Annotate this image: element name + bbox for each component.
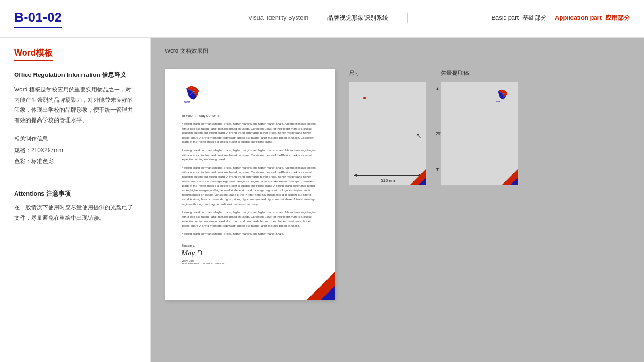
header-right: Basic part 基础部分 Application part 应用部分 (491, 0, 630, 37)
attentions-title: Attentions 注意事项 (14, 189, 136, 198)
application-part-en: Application part (555, 14, 602, 21)
doc-logo-area: SKID (182, 83, 318, 105)
dimension-paper: ↖ 210mm 297mm (349, 82, 427, 186)
related-info: 相关制作信息 规格：210X297mm 色彩：标准色彩 (14, 135, 136, 165)
dim-red-line (349, 134, 426, 134)
nav-divider (407, 13, 408, 23)
doc-corner-deco (306, 272, 335, 300)
svg-text:SKID: SKID (496, 100, 501, 103)
vis-en: Visual Identity System (248, 14, 309, 21)
vector-paper: SKID (441, 82, 519, 186)
dim-red-dot (363, 97, 366, 99)
dim-arrow-v (438, 87, 438, 171)
doc-sincerely: Sincerely, (182, 244, 318, 247)
dimension-label: 尺寸 (349, 69, 427, 77)
dimension-section: 尺寸 ↖ 210mm 297mm (349, 69, 427, 186)
doc-signature-area: Sincerely, May D. Mary Doe Vice Presiden… (182, 244, 318, 265)
svg-text:SKID: SKID (184, 101, 191, 104)
related-title: 相关制作信息 (14, 135, 136, 143)
vector-label: 矢量提取稿 (441, 69, 519, 77)
related-item-size: 规格：210X297mm (14, 147, 136, 155)
nav-divider-2 (551, 13, 551, 23)
application-part-cn: 应用部分 (605, 14, 630, 22)
info-desc: Word 模板是学校应用的重要实用物品之一，对内能产生强烈的品牌凝聚力，对外能带… (14, 85, 136, 125)
header: B-01-02 Visual Identity System 品牌视觉形象识别系… (0, 0, 644, 38)
doc-preview-label: Word 文档效果图 (165, 47, 630, 55)
doc-para-1: A strong brand commands higher prices, h… (182, 122, 318, 145)
header-left: B-01-02 (14, 10, 165, 28)
doc-para-3: A strong brand commands higher prices, h… (182, 166, 318, 206)
vector-corner-deco (502, 169, 518, 185)
doc-right-info: 尺寸 ↖ 210mm 297mm (349, 69, 519, 186)
doc-signature: May D. (182, 249, 318, 257)
section-title: Word模板 (14, 47, 53, 61)
right-content: Word 文档效果图 (151, 38, 644, 362)
vector-section: 矢量提取稿 SKID (441, 69, 519, 186)
doc-main: SKID To Whom It May Concern: A strong br… (165, 69, 335, 300)
doc-preview-section: SKID To Whom It May Concern: A strong br… (165, 69, 630, 300)
dim-corner-deco (410, 169, 426, 185)
doc-para-5: A strong brand commands higher prices, h… (182, 232, 318, 237)
dim-label-h: 210mm (380, 178, 395, 183)
sidebar-divider (14, 180, 136, 180)
doc-logo-svg: SKID (182, 83, 207, 105)
related-item-color: 色彩：标准色彩 (14, 157, 136, 165)
basic-part-en: Basic part (491, 14, 519, 21)
header-center: Visual Identity System 品牌视觉形象识别系统 (165, 0, 491, 37)
doc-para-2: A strong brand commands higher prices, h… (182, 148, 318, 162)
doc-signer-title: Vice President, Technical Services (182, 262, 318, 265)
doc-greeting: To Whom It May Concern: (182, 114, 318, 117)
left-sidebar: Word模板 Office Regulation Information 信息释… (0, 38, 151, 362)
vector-logo-area: SKID (495, 87, 513, 106)
info-title: Office Regulation Information 信息释义 (14, 71, 136, 79)
dim-cursor-icon: ↖ (416, 132, 421, 140)
vis-cn: 品牌视觉形象识别系统 (327, 14, 388, 22)
doc-para-4: A strong brand commands higher prices, h… (182, 210, 318, 228)
main-layout: Word模板 Office Regulation Information 信息释… (0, 38, 644, 362)
attentions-desc: 在一般情况下使用时应尽量使用提供的光盘电子文件，尽量避免在重绘中出现错误。 (14, 203, 136, 223)
doc-paper: SKID To Whom It May Concern: A strong br… (165, 69, 335, 300)
page-code: B-01-02 (14, 10, 62, 28)
basic-part-cn: 基础部分 (522, 14, 547, 22)
